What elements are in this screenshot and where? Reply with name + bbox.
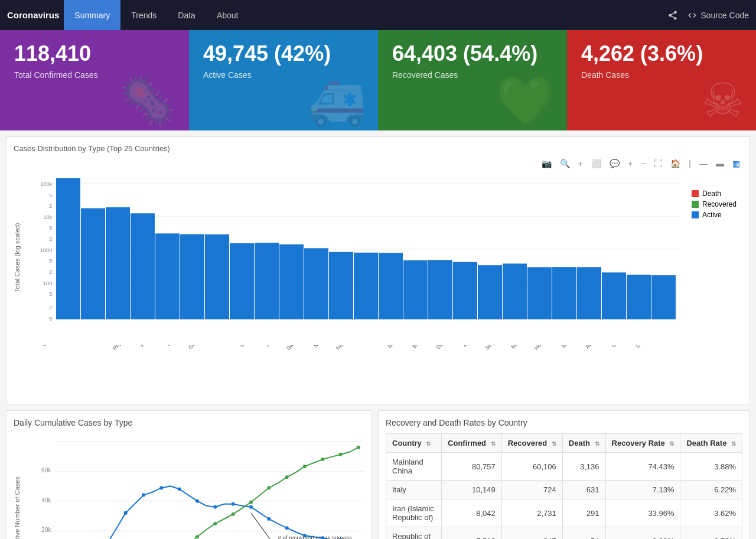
stat-card-death: 4,262 (3.6%) Death Cases ☠ [567,30,756,130]
share-button[interactable] [667,10,678,21]
tab-data[interactable]: Data [167,0,206,30]
table-title: Recovery and Death Rates by Country [386,418,742,427]
nav-brand: Coronavirus [7,10,59,20]
td-recovery-rate: 7.13% [605,481,680,499]
table-row: Italy 10,149 724 631 7.13% 6.22% [386,481,742,499]
td-country: Italy [386,481,442,499]
confirmed-number: 118,410 [14,42,175,66]
td-death-rate: 3.88% [680,453,742,481]
td-death: 54 [562,527,605,540]
tab-trends[interactable]: Trends [120,0,167,30]
td-recovered: 247 [501,527,562,540]
tab-about[interactable]: About [206,0,249,30]
bar-active [230,243,254,319]
toolbar-bar[interactable]: ▬ [713,158,726,169]
annotation-arrow [251,513,275,539]
active-icon: 🚑 [307,77,366,125]
active-number: 49,745 (42%) [203,42,364,66]
svg-point-36 [178,487,181,491]
bar-active [279,244,304,319]
legend-recovered-label: Recovered [702,200,737,208]
td-confirmed: 80,757 [442,453,502,481]
confirmed-icon: 🦠 [118,77,177,125]
bar-active [56,178,80,319]
bar-active [602,272,626,319]
svg-point-42 [285,526,289,530]
legend-active-label: Active [702,211,722,219]
bar-active [453,262,477,319]
source-code-button[interactable]: Source Code [687,11,749,20]
table-header-row: Country ⇅ Confirmed ⇅ Recovered ⇅ Death … [386,434,742,453]
death-number: 4,262 (3.6%) [581,42,742,66]
legend-active: Active [692,211,737,219]
bar-active [354,253,378,319]
td-death: 3,136 [562,453,605,481]
svg-point-39 [232,502,235,506]
line-y-label: Cumulative Number of Cases [14,433,30,539]
svg-point-37 [195,499,199,503]
svg-text:2: 2 [49,269,52,275]
svg-point-56 [213,522,217,525]
svg-point-41 [267,517,271,521]
svg-point-57 [232,512,235,516]
svg-point-62 [321,458,324,461]
svg-text:100: 100 [43,280,53,286]
toolbar-line[interactable]: — [697,158,710,169]
th-confirmed[interactable]: Confirmed ⇅ [442,434,502,453]
death-icon: ☠ [702,77,744,125]
bar-chart-legend: Death Recovered Active [692,190,737,219]
bar-active [81,208,105,319]
toolbar-zoom[interactable]: 🔍 [558,158,572,169]
svg-text:5: 5 [49,225,52,231]
toolbar-fullscreen[interactable]: ⛶ [651,158,664,169]
toolbar-lasso[interactable]: 💬 [607,158,622,169]
line-chart-title: Daily Cumulative Cases by Type [14,418,364,427]
bar-active [106,207,130,319]
toolbar-zoom2[interactable]: + [625,158,635,169]
bar-active [478,265,502,319]
svg-text:5: 5 [49,291,52,297]
bar-active [379,253,403,319]
stat-card-recovered: 64,403 (54.4%) Recovered Cases 💚 [378,30,567,130]
svg-text:2: 2 [49,236,52,242]
th-recovery-rate[interactable]: Recovery Rate ⇅ [605,434,680,453]
svg-text:60k: 60k [41,467,51,473]
bar-active [503,263,527,319]
svg-point-34 [142,494,145,497]
toolbar-minus[interactable]: − [638,158,648,169]
toolbar-bargroup[interactable]: ▦ [730,158,742,169]
bar-active [577,267,601,319]
svg-point-55 [195,535,199,538]
svg-point-33 [124,511,128,515]
bar-active [627,275,651,319]
th-recovered[interactable]: Recovered ⇅ [501,434,562,453]
svg-point-40 [249,505,253,509]
svg-point-63 [339,453,343,456]
toolbar-select[interactable]: ⬜ [589,158,604,169]
svg-point-59 [267,486,271,489]
bar-active [155,233,180,319]
data-table: Country ⇅ Confirmed ⇅ Recovered ⇅ Death … [386,433,742,539]
bottom-panels: Daily Cumulative Cases by Type Cumulativ… [6,410,750,539]
td-death-rate: 3.62% [680,499,742,527]
tab-summary[interactable]: Summary [64,0,120,30]
td-country: Republic of Korea [386,527,442,540]
th-death[interactable]: Death ⇅ [562,434,605,453]
toolbar-plus[interactable]: + [576,158,585,169]
toolbar-camera[interactable]: 📷 [539,158,554,169]
td-country: Mainland China [386,453,442,481]
th-country[interactable]: Country ⇅ [386,434,442,453]
svg-point-61 [303,465,307,468]
stat-card-confirmed: 118,410 Total Confirmed Cases 🦠 [0,30,189,130]
td-death-rate: 6.22% [680,481,742,499]
bar-active [131,213,155,319]
legend-recovered: Recovered [692,200,737,208]
svg-point-38 [213,505,217,509]
td-recovered: 60,106 [501,453,562,481]
table-body: Mainland China 80,757 60,106 3,136 74.43… [386,453,742,540]
toolbar-house[interactable]: 🏠 [668,158,683,169]
recovered-icon: 💚 [496,77,555,125]
th-death-rate[interactable]: Death Rate ⇅ [680,434,742,453]
svg-text:5: 5 [49,258,52,264]
bar-active [428,260,452,319]
